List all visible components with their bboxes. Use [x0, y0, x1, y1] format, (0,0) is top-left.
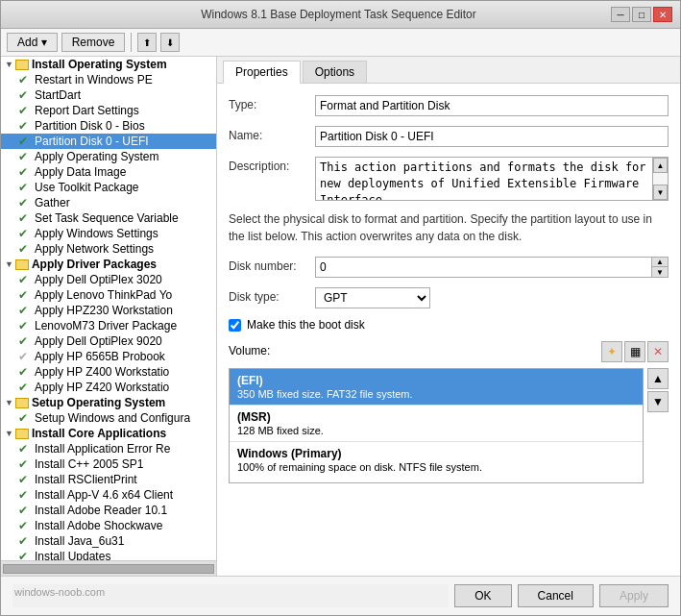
spinner-down[interactable]: ▼ [652, 267, 668, 277]
volume-item[interactable]: Windows (Primary)100% of remaining space… [230, 442, 643, 478]
toolbar-icon-2[interactable]: ⬇ [160, 33, 180, 52]
tree-item[interactable]: ✔Install Application Error Re [1, 441, 216, 456]
add-button[interactable]: Add ▾ [7, 33, 58, 52]
spinner-buttons: ▲ ▼ [652, 257, 669, 278]
tree-item[interactable]: ✔Install Updates [1, 549, 216, 560]
tree-group[interactable]: ▼Setup Operating System [1, 395, 216, 410]
main-window: Windows 8.1 Base Deployment Task Sequenc… [0, 0, 681, 616]
tree-item[interactable]: ✔Apply HP Z400 Workstatio [1, 364, 216, 380]
tree-item[interactable]: ✔Apply Network Settings [1, 241, 216, 257]
volume-star-button[interactable]: ✦ [601, 341, 622, 362]
type-row: Type: [229, 95, 669, 116]
description-textarea[interactable] [315, 157, 653, 201]
scrollbar-thumb[interactable] [3, 564, 214, 574]
check-icon: ✔ [18, 73, 32, 86]
disk-type-select[interactable]: GPT MBR [315, 287, 430, 308]
tree-group[interactable]: ▼Apply Driver Packages [1, 257, 216, 272]
tree-item[interactable]: ✔Install C++ 2005 SP1 [1, 456, 216, 472]
tree-item[interactable]: ✔Apply Lenovo ThinkPad Yo [1, 287, 216, 303]
tree-item[interactable]: ✔Install Adobe Reader 10.1 [1, 503, 216, 518]
check-icon: ✔ [18, 104, 32, 117]
tree-item[interactable]: ✔Report Dart Settings [1, 103, 216, 118]
tree-inner: ▼Install Operating System✔Restart in Win… [1, 57, 216, 560]
tree-item[interactable]: ✔Partition Disk 0 - Bios [1, 118, 216, 134]
textarea-scroll-down[interactable]: ▼ [653, 185, 668, 200]
apply-button[interactable]: Apply [599, 584, 669, 607]
name-field [315, 126, 669, 147]
boot-disk-checkbox[interactable] [229, 319, 241, 332]
tree-item-label: Restart in Windows PE [35, 73, 153, 86]
description-label: Description: [229, 157, 315, 173]
tree-item[interactable]: ✔Install Java_6u31 [1, 533, 216, 549]
tab-options[interactable]: Options [303, 61, 367, 83]
tree-item[interactable]: ✔Apply Windows Settings [1, 226, 216, 241]
tree-item[interactable]: ✔Install Adobe Shockwave [1, 518, 216, 533]
tree-group[interactable]: ▼Install Operating System [1, 57, 216, 72]
horizontal-scrollbar[interactable] [1, 560, 216, 576]
tree-item-label: Install Core Applications [32, 427, 166, 440]
right-panel: Properties Options Type: Name: [217, 57, 680, 576]
textarea-scroll-up[interactable]: ▲ [653, 158, 668, 173]
name-input[interactable] [315, 126, 669, 147]
tree-item[interactable]: ✔LenovoM73 Driver Package [1, 318, 216, 333]
check-icon: ✔ [18, 319, 32, 333]
maximize-button[interactable]: □ [632, 7, 651, 22]
tree-item[interactable]: ✔Apply HP 6565B Probook [1, 349, 216, 364]
tree-group[interactable]: ▼Install Core Applications [1, 426, 216, 441]
tree-item[interactable]: ✔Apply Operating System [1, 149, 216, 164]
disk-number-input[interactable] [315, 257, 652, 278]
boot-disk-label: Make this the boot disk [247, 318, 365, 332]
tree-item[interactable]: ✔Set Task Sequence Variable [1, 210, 216, 226]
check-icon: ✔ [18, 457, 32, 471]
remove-button[interactable]: Remove [61, 33, 126, 52]
volume-down-button[interactable]: ▼ [647, 391, 669, 412]
tree-item-label: Install Adobe Reader 10.1 [35, 504, 167, 517]
volume-section: Volume: ✦ ▦ ✕ (EFI)350 MB fixed size. FA… [229, 341, 669, 483]
tree-item[interactable]: ✔Install RSClientPrint [1, 472, 216, 487]
tree-item[interactable]: ✔Apply HPZ230 Workstation [1, 303, 216, 318]
main-content: ▼Install Operating System✔Restart in Win… [1, 57, 680, 576]
tree-item[interactable]: ✔Setup Windows and Configura [1, 410, 216, 426]
volume-delete-button[interactable]: ✕ [647, 341, 669, 362]
check-icon: ✔ [18, 519, 32, 532]
tree-item[interactable]: ✔Gather [1, 195, 216, 210]
tree-item-label: Partition Disk 0 - UEFI [35, 135, 149, 148]
check-icon: ✔ [18, 381, 32, 394]
toolbar-icon-1[interactable]: ⬆ [137, 33, 157, 52]
tree-item-label: Partition Disk 0 - Bios [35, 119, 145, 133]
tree-item[interactable]: ✔Use Toolkit Package [1, 180, 216, 195]
title-bar: Windows 8.1 Base Deployment Task Sequenc… [1, 1, 680, 29]
check-icon: ✔ [18, 88, 32, 102]
description-row: Description: ▲ ▼ [229, 157, 669, 201]
volume-edit-button[interactable]: ▦ [624, 341, 645, 362]
ok-button[interactable]: OK [454, 584, 511, 607]
tree-item[interactable]: ✔Partition Disk 0 - UEFI [1, 134, 216, 149]
tree-item-label: Apply Windows Settings [35, 227, 158, 240]
volume-item[interactable]: (MSR)128 MB fixed size. [230, 406, 643, 442]
volume-row: (EFI)350 MB fixed size. FAT32 file syste… [229, 368, 669, 483]
close-button[interactable]: ✕ [653, 7, 672, 22]
tab-properties[interactable]: Properties [223, 61, 301, 84]
volume-item[interactable]: (EFI)350 MB fixed size. FAT32 file syste… [230, 369, 643, 406]
folder-icon [15, 429, 29, 439]
window-title: Windows 8.1 Base Deployment Task Sequenc… [66, 8, 611, 21]
check-icon: ✔ [18, 365, 32, 379]
minimize-button[interactable]: ─ [611, 7, 630, 22]
disk-type-row: Disk type: GPT MBR [229, 287, 669, 308]
cancel-button[interactable]: Cancel [518, 584, 594, 607]
tree-item[interactable]: ✔Install App-V 4.6 x64 Client [1, 487, 216, 503]
properties-panel: Type: Name: Description: [217, 84, 680, 576]
tree-item[interactable]: ✔Apply Dell OptiPlex 3020 [1, 272, 216, 287]
spinner-up[interactable]: ▲ [652, 258, 668, 267]
tree-item[interactable]: ✔Apply Dell OptiPlex 9020 [1, 333, 216, 349]
tree-item[interactable]: ✔Restart in Windows PE [1, 72, 216, 87]
tree-item-label: Report Dart Settings [35, 104, 139, 117]
tree-item[interactable]: ✔Apply HP Z420 Workstatio [1, 380, 216, 395]
volume-item-desc: 350 MB fixed size. FAT32 file system. [237, 388, 635, 400]
tree-item[interactable]: ✔StartDart [1, 87, 216, 103]
type-input[interactable] [315, 95, 669, 116]
name-label: Name: [229, 126, 315, 142]
tree-item-label: Install Updates [35, 550, 110, 560]
volume-up-button[interactable]: ▲ [647, 368, 669, 389]
tree-item[interactable]: ✔Apply Data Image [1, 164, 216, 180]
